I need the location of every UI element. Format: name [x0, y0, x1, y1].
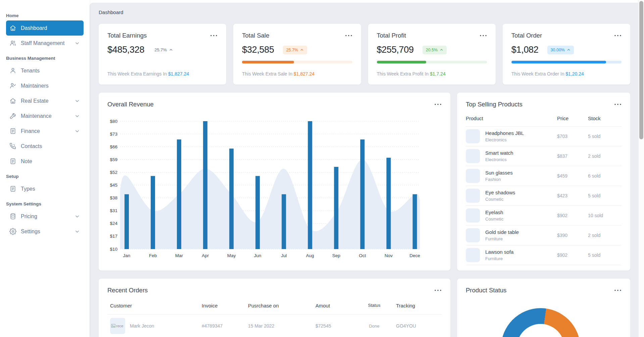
- svg-text:$10: $10: [110, 247, 117, 252]
- svg-text:$38: $38: [110, 195, 117, 200]
- product-stock: 5 sold: [588, 134, 622, 139]
- footer-amount: $1,7.24: [430, 71, 446, 77]
- sidebar-item-dashboard[interactable]: Dashboard: [6, 20, 84, 36]
- sidebar-item-contacts[interactable]: Contacts: [6, 139, 84, 154]
- product-thumbnail: [466, 189, 480, 203]
- card-menu-button[interactable]: [210, 34, 217, 37]
- sidebar-item-settings[interactable]: Settings: [6, 224, 84, 239]
- sidebar-item-label: Tenants: [21, 68, 40, 74]
- top-selling-products-panel: Top Selling Products Product Price Stock…: [457, 93, 630, 271]
- table-row[interactable]: Smart watch Electronics $837 2 sold: [466, 146, 622, 166]
- progress-track: [511, 61, 622, 63]
- card-menu-button[interactable]: [480, 34, 487, 37]
- chevron-down-icon: [75, 214, 80, 219]
- dashboard-app: Home Dashboard Staff Management Business…: [0, 0, 644, 337]
- product-stock: 2 sold: [588, 233, 622, 238]
- panel-menu-button[interactable]: [614, 289, 622, 292]
- svg-text:Mar: Mar: [175, 253, 183, 258]
- sidebar-item-label: Finance: [21, 128, 40, 134]
- product-name: Eye shadows: [485, 190, 515, 195]
- overall-revenue-panel: Overall Revenue $10$17$24$31$38$45$52$59…: [99, 93, 450, 271]
- customer-avatar-broken-image: rece: [110, 318, 125, 334]
- sidebar-item-types[interactable]: Types: [6, 181, 84, 196]
- footer-amount: $1,827.24: [294, 71, 314, 77]
- change-badge: 20.5%: [423, 46, 447, 54]
- sidebar-item-tenants[interactable]: Tenants: [6, 63, 84, 78]
- product-price: $423: [557, 193, 588, 198]
- card-footer: This Week Extra Earnings In $1,827.24: [107, 71, 217, 77]
- users-icon: [9, 40, 16, 47]
- footer-amount: $1,827.24: [168, 71, 189, 77]
- sidebar-item-label: Contacts: [21, 143, 42, 149]
- table-row[interactable]: Lawson sofa Furniture $902 5 sold: [466, 245, 622, 265]
- product-stock: 6 sold: [588, 173, 622, 179]
- table-row[interactable]: rece Mark Jecon #4789347 15 Mar 2022 $72…: [107, 315, 442, 337]
- phone-icon: [9, 143, 16, 150]
- card-menu-button[interactable]: [345, 34, 352, 37]
- sidebar-section-system-settings: System Settings: [0, 196, 90, 209]
- product-category: Cosmetic: [485, 216, 503, 222]
- svg-text:Jul: Jul: [281, 253, 287, 258]
- svg-text:Sep: Sep: [332, 253, 340, 258]
- sidebar: Home Dashboard Staff Management Business…: [0, 0, 90, 337]
- product-category: Furniture: [485, 236, 519, 241]
- product-category: Cosmetic: [485, 197, 515, 202]
- sidebar-item-maintainers[interactable]: Maintainers: [6, 78, 84, 93]
- card-menu-button[interactable]: [614, 34, 622, 37]
- svg-text:$73: $73: [110, 132, 117, 137]
- sidebar-item-pricing[interactable]: Pricing: [6, 209, 84, 224]
- table-row[interactable]: Eyelash Cosmetic $902 10 sold: [466, 206, 622, 226]
- card-total-earnings: Total Earnings $485,328 25.7% This W: [99, 24, 226, 85]
- svg-text:$80: $80: [110, 119, 117, 124]
- table-row[interactable]: Sun glasses Fashion $459 6 sold: [466, 166, 622, 186]
- chevron-down-icon: [75, 114, 80, 118]
- product-price: $902: [557, 213, 588, 218]
- order-status: Done: [352, 324, 396, 329]
- sidebar-item-label: Pricing: [21, 213, 37, 220]
- card-title: Total Earnings: [107, 32, 147, 39]
- card-value: $1,082: [511, 45, 539, 55]
- svg-text:$59: $59: [110, 157, 117, 162]
- product-thumbnail: [466, 129, 480, 143]
- home-icon: [9, 97, 16, 104]
- sidebar-item-label: Settings: [21, 229, 40, 235]
- product-name: Sun glasses: [485, 170, 513, 176]
- svg-text:Apr: Apr: [202, 253, 209, 258]
- chevron-down-icon: [75, 41, 80, 46]
- sidebar-item-real-estate[interactable]: Real Estate: [6, 93, 84, 108]
- svg-text:$52: $52: [110, 170, 117, 175]
- person-icon: [9, 67, 16, 74]
- product-price: $902: [557, 252, 588, 258]
- table-row[interactable]: Headphones JBL Electronics $703 5 sold: [466, 127, 622, 146]
- main-content: Dashboard Total Earnings $485,328 25.7%: [90, 0, 638, 337]
- change-badge: 30.00%: [547, 46, 574, 54]
- sidebar-section-home: Home: [0, 8, 90, 20]
- progress-track: [377, 61, 487, 63]
- chevron-down-icon: [75, 229, 80, 234]
- person-check-icon: [9, 82, 16, 89]
- sidebar-item-finance[interactable]: Finance: [6, 124, 84, 139]
- sidebar-item-note[interactable]: Note: [6, 154, 84, 169]
- caret-up-icon: [300, 48, 304, 52]
- card-title: Total Profit: [377, 32, 406, 39]
- panel-menu-button[interactable]: [434, 103, 442, 106]
- svg-text:$24: $24: [110, 221, 117, 226]
- panel-menu-button[interactable]: [434, 289, 442, 292]
- home-icon: [9, 25, 16, 32]
- svg-text:Jun: Jun: [254, 253, 261, 258]
- product-category: Electronics: [485, 137, 524, 142]
- sidebar-item-maintenance[interactable]: Maintenance: [6, 108, 84, 124]
- sidebar-item-label: Real Estate: [21, 98, 49, 104]
- table-row[interactable]: Gold side table Furniture $390 2 sold: [466, 226, 622, 245]
- sidebar-item-staff-management[interactable]: Staff Management: [6, 36, 84, 51]
- progress-fill: [242, 61, 294, 63]
- panel-menu-button[interactable]: [614, 103, 622, 106]
- database-icon: [9, 213, 16, 220]
- svg-text:$45: $45: [110, 183, 117, 188]
- gear-icon: [9, 228, 16, 235]
- card-change: 25.7%: [154, 47, 173, 52]
- scrollbar-thumb[interactable]: [639, 1, 643, 139]
- table-row[interactable]: Eye shadows Cosmetic $423 5 sold: [466, 186, 622, 206]
- product-category: Fashion: [485, 177, 513, 182]
- products-table-header: Product Price Stock: [466, 115, 622, 127]
